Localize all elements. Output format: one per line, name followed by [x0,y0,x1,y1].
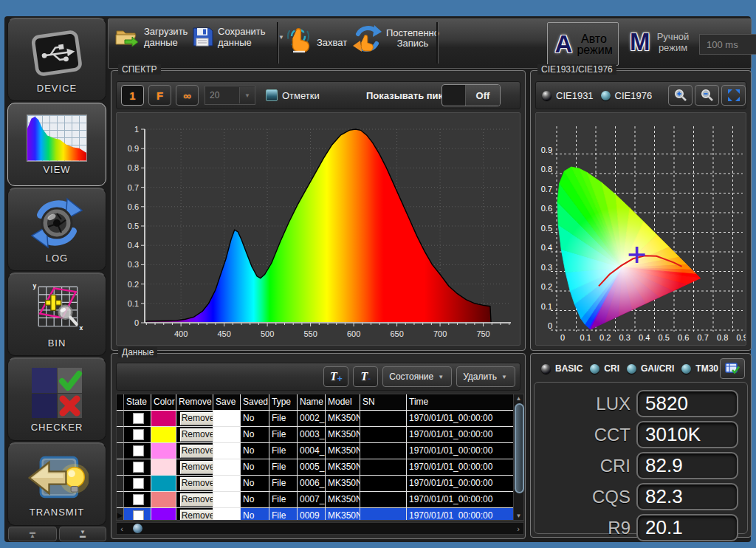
tab-radio-tm30[interactable] [681,364,691,374]
name-cell: 0002_ [298,411,326,427]
state-checkbox[interactable] [133,478,144,489]
table-header-time[interactable]: Time [407,394,514,411]
record-button[interactable]: Постепенно Запись [352,24,439,53]
remove-button[interactable]: Remove [180,445,213,458]
state-dropdown-button[interactable]: Состояние [382,366,452,387]
table-header-name[interactable]: Name [298,394,326,411]
table-row[interactable]: RemoveNoFile0005_MK350N1970/01/01_00:00:… [117,459,513,476]
tab-radio-gai-cri[interactable] [627,364,636,374]
cie1931-label[interactable]: CIE1931 [556,90,594,101]
table-header-model[interactable]: Model [326,394,360,411]
interval-select[interactable]: 100 ms [699,34,756,55]
remove-trace-button[interactable]: T - [353,366,378,387]
remove-cell[interactable]: Remove [176,476,213,492]
spectrum-mode-avg-button[interactable]: ∞ [176,85,199,106]
zoom-fit-button[interactable] [721,85,746,106]
scroll-left-icon[interactable]: ‹ [117,524,127,533]
scrollbar-thumb[interactable] [515,403,524,493]
scroll-down-icon[interactable]: ▼ [514,513,523,519]
spectrum-mode-f-button[interactable]: F [148,85,171,106]
remove-button[interactable]: Remove [180,461,213,474]
show-peaks-toggle[interactable]: Off [441,84,501,106]
svg-text:0.9: 0.9 [737,333,747,342]
add-trace-button[interactable]: T + [323,366,348,387]
table-vertical-scrollbar[interactable]: ▲ ▼ [513,394,524,521]
tab-radio-basic[interactable] [541,364,551,374]
type-cell: File [269,411,298,427]
table-row[interactable]: RemoveNoFile0006_MK350N1970/01/01_00:00:… [117,476,513,492]
delete-dropdown-button[interactable]: Удалить [456,366,515,387]
table-header-color[interactable]: Color [151,394,176,411]
table-row[interactable]: ▶RemoveNoFile0009_MK350N1970/01/01_00:00… [117,508,513,521]
state-cell[interactable] [124,476,151,492]
state-cell[interactable] [124,492,151,508]
table-header-saved[interactable]: Saved [241,394,269,411]
table-row[interactable]: RemoveNoFile0007_MK350N1970/01/01_00:00:… [117,492,513,508]
manual-mode-button[interactable]: M Ручной режим [630,28,692,56]
state-checkbox[interactable] [133,494,144,505]
state-checkbox[interactable] [133,462,144,473]
state-checkbox[interactable] [133,413,144,424]
state-cell[interactable] [124,459,151,476]
sidebar-item-device[interactable]: DEVICE [7,18,106,101]
marks-checkbox[interactable] [266,89,278,101]
cie1976-label[interactable]: CIE1976 [615,90,653,101]
tab-label-basic[interactable]: BASIC [555,363,583,374]
zoom-out-button[interactable] [695,85,719,106]
scroll-right-icon[interactable]: › [513,524,523,533]
state-checkbox[interactable] [133,510,144,521]
table-header-state[interactable]: State [124,394,151,411]
state-cell[interactable] [124,443,151,459]
scroll-up-icon[interactable]: ▲ [514,395,523,402]
remove-cell[interactable]: Remove [176,411,213,427]
save-data-button[interactable]: Сохранить данные [191,26,286,48]
sidebar-scroll-down-button[interactable] [59,527,106,541]
caret-down-icon [239,87,255,103]
table-row[interactable]: RemoveNoFile0003_MK350N1970/01/01_00:00:… [117,427,513,443]
metric-row-cri: CRI82.9 [600,452,738,479]
sidebar-item-log[interactable]: LOG [7,188,106,271]
table-row[interactable]: RemoveNoFile0002_MK350N1970/01/01_00:00:… [117,411,513,427]
remove-cell[interactable]: Remove [176,508,213,521]
capture-button[interactable]: Захват [286,28,347,56]
cie1931-radio[interactable] [542,91,551,100]
remove-button[interactable]: Remove [180,428,213,442]
remove-cell[interactable]: Remove [176,492,213,508]
remove-button[interactable]: Remove [180,477,213,490]
sidebar-item-transmit[interactable]: TRANSMIT [7,442,106,526]
caret-down-icon[interactable] [278,34,286,41]
zoom-in-button[interactable] [668,85,693,106]
sidebar-item-checker[interactable]: CHECKER [7,357,106,441]
sidebar-scroll-up-button[interactable] [8,527,57,541]
tab-radio-cri[interactable] [590,364,599,374]
state-cell[interactable] [124,508,151,521]
tab-label-tm30[interactable]: TM30 [695,363,718,374]
state-cell[interactable] [124,427,151,443]
table-header-sn[interactable]: SN [360,394,407,411]
remove-cell[interactable]: Remove [176,427,213,443]
table-row[interactable]: RemoveNoFile0004_MK350N1970/01/01_00:00:… [117,443,513,459]
remove-button[interactable]: Remove [180,412,213,425]
state-cell[interactable] [124,411,151,427]
table-header-marker[interactable] [117,394,124,411]
state-checkbox[interactable] [133,445,144,456]
sidebar-item-view[interactable]: VIEW [7,103,106,186]
table-horizontal-scrollbar[interactable]: ‹ › [116,522,524,535]
table-header-remove[interactable]: Remove [176,394,213,411]
spectrum-mode-1-button[interactable]: 1 [121,85,144,106]
report-button[interactable] [720,358,745,379]
table-header-save[interactable]: Save [213,394,241,411]
scrollbar-thumb[interactable] [133,524,142,533]
sidebar-item-bin[interactable]: y x BIN [7,273,106,356]
auto-mode-button[interactable]: A Авто режим [547,22,619,66]
tab-label-cri[interactable]: CRI [604,363,619,374]
remove-cell[interactable]: Remove [176,459,213,476]
state-checkbox[interactable] [133,429,144,440]
table-header-type[interactable]: Type [269,394,298,411]
remove-button[interactable]: Remove [180,510,213,521]
tab-label-gai-cri[interactable]: GAI/CRI [641,363,674,374]
remove-button[interactable]: Remove [180,493,213,507]
cie1976-radio[interactable] [601,91,611,100]
average-count-select[interactable]: 20 [205,86,255,105]
remove-cell[interactable]: Remove [176,443,213,459]
